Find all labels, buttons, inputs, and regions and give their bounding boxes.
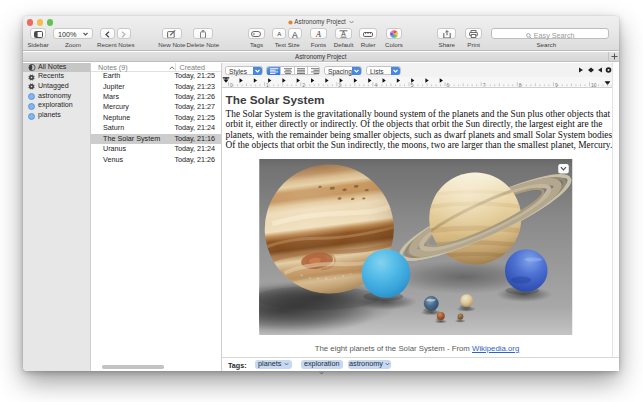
- svg-text:9: 9: [554, 83, 557, 88]
- svg-text:5: 5: [410, 83, 413, 88]
- svg-text:10: 10: [591, 83, 597, 88]
- svg-text:8: 8: [518, 83, 521, 88]
- svg-text:2: 2: [302, 83, 305, 88]
- svg-text:0: 0: [230, 83, 233, 88]
- svg-text:7: 7: [482, 83, 485, 88]
- svg-text:1: 1: [266, 83, 269, 88]
- svg-text:4: 4: [374, 83, 377, 88]
- svg-text:6: 6: [446, 83, 449, 88]
- svg-text:3: 3: [338, 83, 341, 88]
